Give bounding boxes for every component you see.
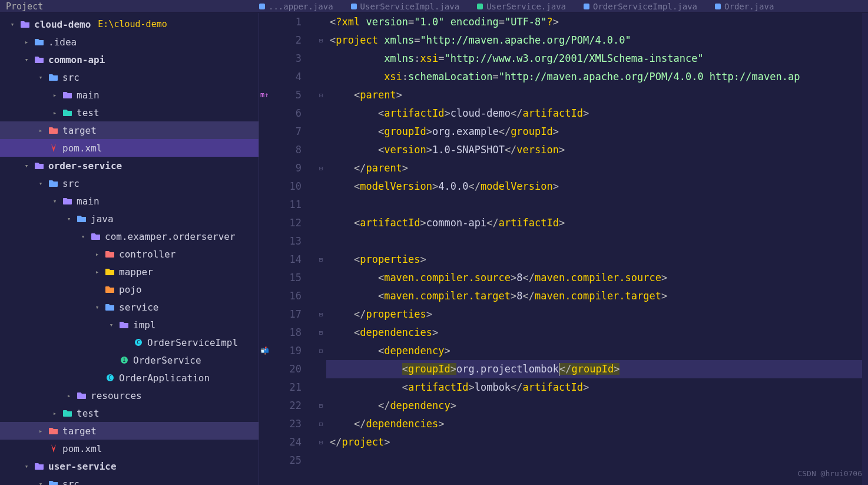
tree-node[interactable]: ▸target <box>0 121 259 139</box>
tree-node[interactable]: ▾cloud-demoE:\cloud-demo <box>0 15 259 33</box>
chevron-down-icon[interactable]: ▾ <box>79 233 87 240</box>
fold-marker[interactable]: ⊟ <box>316 324 326 342</box>
line-number[interactable]: 2 <box>259 31 302 50</box>
chevron-right-icon[interactable]: ▸ <box>37 127 45 134</box>
chevron-down-icon[interactable]: ▾ <box>22 162 31 170</box>
fold-column[interactable]: ⊟⊟⊟⊟⊟⊟⊟⊟⊟⊟ <box>316 13 326 485</box>
code-line[interactable]: <maven.compiler.target>8</maven.compiler… <box>326 287 868 305</box>
tree-node[interactable]: ▸mapper <box>0 263 259 281</box>
fold-marker[interactable]: ⊟ <box>316 305 326 324</box>
line-number[interactable]: 10 <box>259 177 302 196</box>
line-number[interactable]: 18 <box>259 324 302 342</box>
code-line[interactable]: </dependencies> <box>326 415 868 433</box>
chevron-right-icon[interactable]: ▸ <box>22 38 31 46</box>
code-area[interactable]: <?xml version="1.0" encoding="UTF-8"?><p… <box>326 13 868 485</box>
code-line[interactable] <box>326 451 868 470</box>
chevron-down-icon[interactable]: ▾ <box>65 215 73 223</box>
code-line[interactable]: <artifactId>common-api</artifactId> <box>326 214 868 232</box>
line-number[interactable]: 3 <box>259 50 302 68</box>
tree-node[interactable]: ▸resources <box>0 387 259 404</box>
scrollbar[interactable] <box>862 13 868 485</box>
tree-node[interactable]: ▾src <box>0 68 259 86</box>
code-line[interactable]: </parent> <box>326 159 868 177</box>
fold-marker[interactable]: ⊟ <box>316 397 326 415</box>
chevron-down-icon[interactable]: ▾ <box>107 321 115 329</box>
gutter-icon-maven-up[interactable]: m↑ <box>260 86 269 104</box>
editor-tab[interactable]: UserService.java <box>477 2 566 11</box>
line-number[interactable]: 15 <box>259 269 302 287</box>
tree-node[interactable]: ▸test <box>0 104 259 121</box>
tree-node[interactable]: ▸test <box>0 404 259 422</box>
gutter-icon-dependency[interactable]: 📬 <box>260 342 269 360</box>
chevron-right-icon[interactable]: ▸ <box>65 392 73 400</box>
line-number[interactable]: 4 <box>259 68 302 86</box>
tree-node[interactable]: COrderApplication <box>0 369 259 387</box>
code-line[interactable]: <dependency> <box>326 342 868 360</box>
editor-tab[interactable]: ...apper.java <box>259 2 333 11</box>
line-number[interactable]: 12 <box>259 214 302 232</box>
tree-node[interactable]: ▾src <box>0 174 259 192</box>
tree-node[interactable]: ▾common-api <box>0 51 259 68</box>
code-line[interactable]: xmlns:xsi="http://www.w3.org/2001/XMLSch… <box>326 50 868 68</box>
chevron-right-icon[interactable]: ▸ <box>51 410 59 417</box>
tree-node[interactable]: ▸target <box>0 422 259 440</box>
line-number[interactable]: 1 <box>259 13 302 31</box>
tree-node[interactable]: ▾src <box>0 475 259 485</box>
project-tree[interactable]: ▾cloud-demoE:\cloud-demo▸.idea▾common-ap… <box>0 13 259 485</box>
fold-marker[interactable]: ⊟ <box>316 433 326 451</box>
tree-node[interactable]: pom.xml <box>0 440 259 457</box>
fold-marker[interactable]: ⊟ <box>316 31 326 50</box>
fold-marker[interactable]: ⊟ <box>316 342 326 360</box>
chevron-right-icon[interactable]: ▸ <box>51 109 59 117</box>
code-line[interactable]: <version>1.0-SNAPSHOT</version> <box>326 141 868 159</box>
tree-node[interactable]: IOrderService <box>0 351 259 369</box>
line-number[interactable]: 25 <box>259 451 302 470</box>
code-line[interactable]: <groupId>org.projectlombok</groupId> <box>326 360 868 378</box>
code-line[interactable]: <?xml version="1.0" encoding="UTF-8"?> <box>326 13 868 31</box>
fold-marker[interactable]: ⊟ <box>316 250 326 269</box>
chevron-right-icon[interactable]: ▸ <box>93 250 101 258</box>
code-line[interactable]: <parent> <box>326 86 868 104</box>
line-number[interactable]: 17 <box>259 305 302 324</box>
code-line[interactable]: <maven.compiler.source>8</maven.compiler… <box>326 269 868 287</box>
chevron-down-icon[interactable]: ▾ <box>51 197 59 205</box>
chevron-down-icon[interactable]: ▾ <box>37 480 45 486</box>
code-line[interactable]: </properties> <box>326 305 868 324</box>
line-number[interactable]: 7 <box>259 123 302 141</box>
tree-node[interactable]: pom.xml <box>0 139 259 157</box>
code-line[interactable]: <properties> <box>326 250 868 269</box>
tree-node[interactable]: ▾order-service <box>0 157 259 174</box>
tree-node[interactable]: ▾com.examper.orderserver <box>0 227 259 245</box>
line-number[interactable]: 16 <box>259 287 302 305</box>
code-line[interactable]: xsi:schemaLocation="http://maven.apache.… <box>326 68 868 86</box>
chevron-right-icon[interactable]: ▸ <box>37 427 45 435</box>
chevron-down-icon[interactable]: ▾ <box>22 56 31 64</box>
line-number[interactable]: 24 <box>259 433 302 451</box>
tree-node[interactable]: ▾main <box>0 192 259 210</box>
line-number[interactable]: 11 <box>259 196 302 214</box>
code-line[interactable] <box>326 196 868 214</box>
line-number[interactable]: 23 <box>259 415 302 433</box>
code-line[interactable]: </project> <box>326 433 868 451</box>
chevron-down-icon[interactable]: ▾ <box>37 74 45 81</box>
code-line[interactable]: <artifactId>lombok</artifactId> <box>326 378 868 397</box>
line-number[interactable]: 13 <box>259 232 302 250</box>
editor-tab[interactable]: Order.java <box>715 2 774 11</box>
fold-marker[interactable]: ⊟ <box>316 415 326 433</box>
code-line[interactable]: <artifactId>cloud-demo</artifactId> <box>326 104 868 123</box>
code-line[interactable]: </dependency> <box>326 397 868 415</box>
chevron-down-icon[interactable]: ▾ <box>37 180 45 187</box>
line-number[interactable]: 14 <box>259 250 302 269</box>
editor-tab[interactable]: OrderServiceImpl.java <box>584 2 697 11</box>
tree-node[interactable]: ▸controller <box>0 245 259 263</box>
chevron-down-icon[interactable]: ▾ <box>93 303 101 311</box>
code-line[interactable]: <modelVersion>4.0.0</modelVersion> <box>326 177 868 196</box>
chevron-down-icon[interactable]: ▾ <box>22 463 31 470</box>
tree-node[interactable]: ▾user-service <box>0 457 259 475</box>
line-number[interactable]: 6 <box>259 104 302 123</box>
editor[interactable]: m↑ 📬 12345678910111213141516171819202122… <box>259 13 868 485</box>
line-number[interactable]: 20 <box>259 360 302 378</box>
chevron-down-icon[interactable]: ▾ <box>8 21 16 28</box>
code-line[interactable]: <groupId>org.example</groupId> <box>326 123 868 141</box>
editor-tab[interactable]: UserServiceImpl.java <box>351 2 460 11</box>
